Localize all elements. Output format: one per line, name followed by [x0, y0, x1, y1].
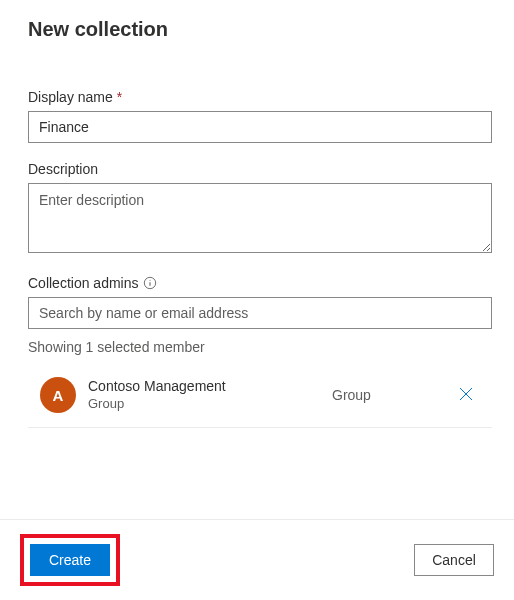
avatar: A: [40, 377, 76, 413]
page-title: New collection: [28, 18, 492, 41]
display-name-input[interactable]: [28, 111, 492, 143]
member-subtitle: Group: [88, 396, 332, 413]
description-label-text: Description: [28, 161, 98, 177]
display-name-label-text: Display name: [28, 89, 113, 105]
member-info: Contoso Management Group: [88, 377, 332, 412]
info-icon[interactable]: [143, 276, 157, 290]
svg-point-2: [149, 280, 150, 281]
admins-status-text: Showing 1 selected member: [28, 339, 492, 355]
admins-field-group: Collection admins Showing 1 selected mem…: [28, 275, 492, 428]
display-name-label: Display name *: [28, 89, 492, 105]
admins-search-input[interactable]: [28, 297, 492, 329]
member-type: Group: [332, 387, 452, 403]
admins-label: Collection admins: [28, 275, 492, 291]
footer: Create Cancel: [0, 519, 514, 600]
member-row: A Contoso Management Group Group: [28, 369, 492, 428]
create-button[interactable]: Create: [30, 544, 110, 576]
description-field-group: Description: [28, 161, 492, 257]
member-name: Contoso Management: [88, 377, 332, 395]
display-name-field-group: Display name *: [28, 89, 492, 143]
remove-member-button[interactable]: [452, 381, 480, 409]
description-input[interactable]: [28, 183, 492, 253]
required-marker: *: [117, 89, 122, 105]
create-button-highlight: Create: [20, 534, 120, 586]
cancel-button[interactable]: Cancel: [414, 544, 494, 576]
close-icon: [459, 387, 473, 404]
description-label: Description: [28, 161, 492, 177]
admins-label-text: Collection admins: [28, 275, 139, 291]
